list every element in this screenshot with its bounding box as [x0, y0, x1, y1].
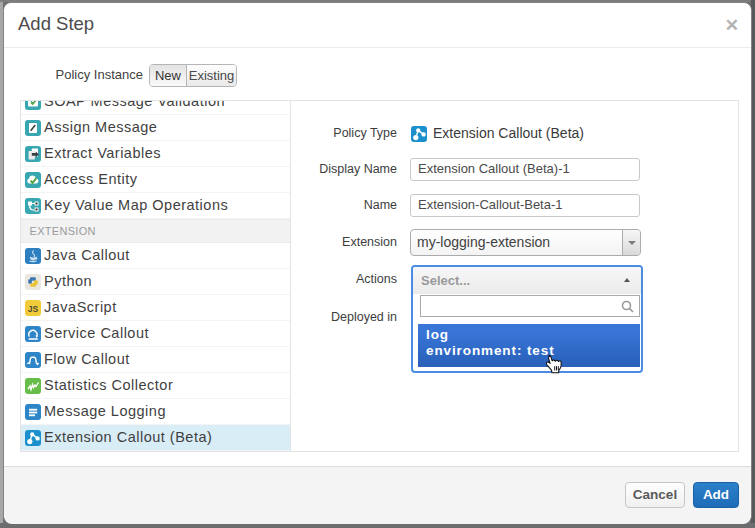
svg-text:JS: JS	[28, 304, 39, 314]
